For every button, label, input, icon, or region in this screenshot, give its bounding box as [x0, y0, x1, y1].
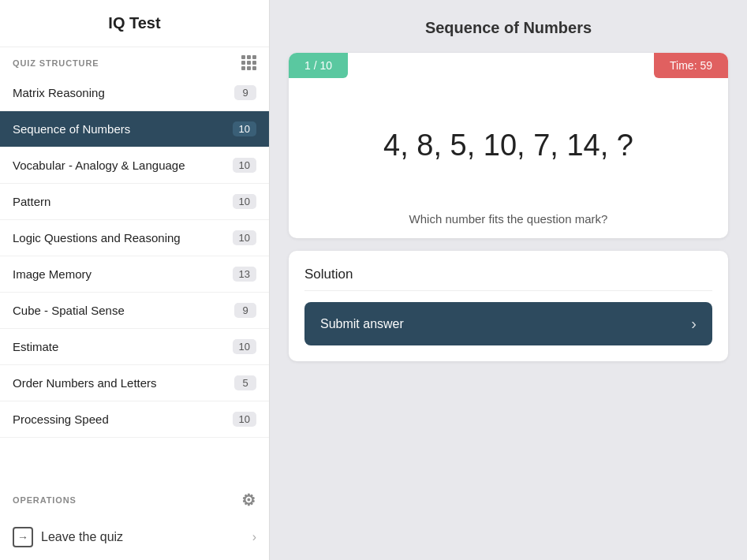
sidebar-item-image-memory[interactable]: Image Memory 13 [0, 256, 269, 293]
app-title: IQ Test [0, 0, 269, 47]
sidebar-item-count: 5 [234, 375, 256, 390]
operations-section: OPERATIONS ⚙ [0, 483, 269, 514]
sidebar-item-order-numbers[interactable]: Order Numbers and Letters 5 [0, 365, 269, 401]
timer-badge: Time: 59 [654, 53, 728, 78]
sidebar-item-pattern[interactable]: Pattern 10 [0, 184, 269, 220]
question-text: 4, 8, 5, 10, 7, 14, ? [383, 129, 633, 162]
sidebar-item-label: Order Numbers and Letters [13, 376, 157, 390]
question-card: 1 / 10 Time: 59 4, 8, 5, 10, 7, 14, ? Wh… [289, 53, 728, 238]
sidebar-item-sequence-of-numbers[interactable]: Sequence of Numbers 10 [0, 111, 269, 147]
sidebar-item-count: 10 [233, 194, 256, 209]
sidebar-item-label: Pattern [13, 195, 50, 208]
sidebar-item-count: 10 [233, 158, 256, 173]
sidebar-item-cube-spatial[interactable]: Cube - Spatial Sense 9 [0, 293, 269, 329]
sidebar-item-count: 13 [233, 267, 256, 282]
submit-label: Submit answer [320, 317, 404, 331]
sidebar: IQ Test QUIZ STRUCTURE Matrix Reasoning … [0, 0, 270, 560]
sidebar-item-vocabular-analogy[interactable]: Vocabular - Analogy & Language 10 [0, 147, 269, 184]
grid-icon [241, 55, 256, 70]
sidebar-item-logic-questions[interactable]: Logic Questions and Reasoning 10 [0, 220, 269, 256]
sidebar-item-label: Estimate [13, 340, 58, 353]
sidebar-item-estimate[interactable]: Estimate 10 [0, 329, 269, 365]
sidebar-item-label: Matrix Reasoning [13, 86, 105, 99]
solution-card: Solution Submit answer › [289, 251, 728, 361]
sidebar-item-label: Image Memory [13, 267, 92, 281]
leave-quiz-button[interactable]: Leave the quiz › [0, 514, 269, 560]
sidebar-item-label: Cube - Spatial Sense [13, 304, 125, 317]
page-title: Sequence of Numbers [289, 19, 728, 37]
main-content: Sequence of Numbers 1 / 10 Time: 59 4, 8… [270, 0, 747, 560]
sidebar-item-count: 10 [233, 230, 256, 245]
sidebar-item-count: 9 [234, 303, 256, 318]
sidebar-item-count: 9 [234, 85, 256, 100]
sidebar-item-label: Vocabular - Analogy & Language [13, 159, 185, 172]
submit-answer-button[interactable]: Submit answer › [304, 302, 712, 345]
question-body: 4, 8, 5, 10, 7, 14, ? [289, 78, 728, 212]
section-label-text: QUIZ STRUCTURE [13, 58, 99, 68]
sidebar-item-count: 10 [233, 121, 256, 136]
progress-badge: 1 / 10 [289, 53, 348, 78]
sidebar-item-matrix-reasoning[interactable]: Matrix Reasoning 9 [0, 75, 269, 111]
gear-icon: ⚙ [241, 491, 256, 510]
sidebar-item-label: Processing Speed [13, 413, 109, 426]
question-subtitle: Which number fits the question mark? [289, 212, 728, 238]
quiz-structure-section: QUIZ STRUCTURE [0, 47, 269, 75]
leave-quiz-label: Leave the quiz [41, 530, 123, 544]
sidebar-item-processing-speed[interactable]: Processing Speed 10 [0, 401, 269, 438]
solution-label: Solution [304, 267, 712, 291]
sidebar-item-count: 10 [233, 412, 256, 427]
submit-arrow-icon: › [691, 315, 697, 333]
sidebar-item-label: Sequence of Numbers [13, 122, 130, 136]
leave-icon [13, 527, 33, 547]
chevron-right-icon: › [252, 530, 256, 544]
ops-label-text: OPERATIONS [13, 495, 77, 505]
leave-quiz-left: Leave the quiz [13, 527, 123, 547]
card-top-bar: 1 / 10 Time: 59 [289, 53, 728, 78]
sidebar-item-count: 10 [233, 339, 256, 354]
sidebar-item-label: Logic Questions and Reasoning [13, 231, 181, 245]
